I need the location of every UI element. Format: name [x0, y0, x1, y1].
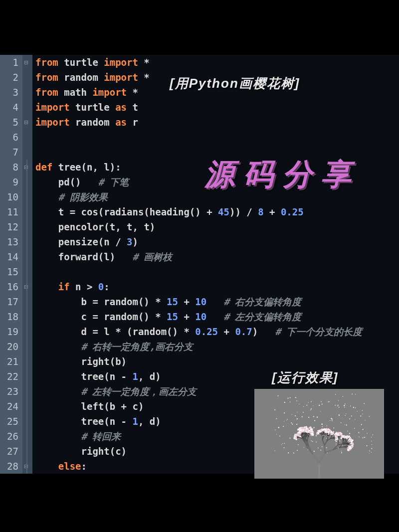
svg-point-1397 [319, 431, 320, 432]
svg-point-2963 [310, 435, 311, 436]
svg-point-474 [335, 433, 337, 434]
code-line: pensize(n / 3) [35, 234, 399, 249]
svg-point-3017 [316, 435, 317, 436]
svg-point-2988 [313, 416, 314, 417]
svg-point-2897 [317, 417, 318, 418]
svg-point-2938 [297, 450, 298, 451]
svg-point-2927 [339, 415, 340, 416]
svg-point-2896 [293, 452, 294, 453]
fold-marker[interactable]: ⊟ [24, 59, 30, 65]
svg-point-2899 [354, 428, 355, 429]
svg-point-2972 [344, 405, 345, 406]
svg-point-2904 [349, 418, 350, 419]
svg-point-2914 [369, 450, 370, 451]
line-number: 16 [0, 279, 18, 294]
svg-point-3021 [304, 447, 304, 448]
svg-point-2945 [341, 435, 342, 436]
svg-point-2978 [326, 447, 327, 448]
code-line: import random as r [35, 115, 399, 130]
svg-point-2996 [284, 421, 284, 421]
code-line: c = random() * 15 + 10 # 左分支偏转角度 [35, 309, 399, 324]
svg-point-2943 [371, 437, 372, 438]
svg-point-730 [350, 446, 351, 448]
svg-point-2977 [336, 443, 336, 444]
svg-line-1424 [313, 454, 319, 463]
svg-point-3039 [343, 396, 343, 397]
svg-point-2636 [300, 427, 302, 428]
svg-point-3038 [311, 401, 312, 402]
svg-line-731 [325, 445, 325, 453]
svg-point-3028 [322, 426, 323, 427]
code-line: # 右转一定角度,画右分支 [35, 339, 399, 354]
svg-point-2921 [308, 417, 309, 418]
svg-point-3013 [355, 419, 355, 420]
svg-point-2596 [306, 428, 307, 429]
svg-point-2971 [303, 406, 304, 407]
svg-point-1408 [316, 432, 317, 433]
svg-point-1850 [294, 435, 295, 436]
svg-point-2932 [312, 428, 313, 429]
line-number: 25 [0, 414, 18, 429]
svg-line-112 [346, 446, 348, 447]
line-number: 20 [0, 339, 18, 354]
svg-point-2894 [339, 407, 340, 408]
svg-point-1008 [336, 435, 338, 437]
line-number: 22 [0, 369, 18, 384]
svg-point-2933 [299, 404, 299, 404]
svg-point-2990 [313, 405, 313, 406]
svg-point-2942 [311, 440, 311, 441]
svg-point-110 [349, 448, 350, 449]
svg-point-2957 [301, 430, 302, 431]
svg-point-1609 [312, 434, 313, 435]
svg-point-3012 [284, 412, 285, 413]
svg-point-2909 [303, 435, 304, 435]
svg-point-2911 [349, 433, 350, 434]
svg-point-3014 [308, 434, 309, 435]
svg-point-2931 [308, 402, 309, 402]
fold-marker[interactable]: ⊟ [24, 119, 30, 125]
code-line: tree(n - 1, d) [35, 369, 399, 384]
fold-column: ⊟⊟⊟⊟⊟ [22, 55, 32, 474]
svg-point-2968 [298, 444, 299, 445]
svg-point-2967 [286, 420, 287, 421]
svg-point-3006 [297, 412, 297, 412]
svg-point-2908 [314, 420, 315, 421]
svg-point-2986 [341, 422, 342, 423]
svg-point-2940 [327, 436, 328, 437]
svg-point-2960 [335, 394, 336, 394]
svg-point-3009 [359, 437, 359, 437]
run-result-label: [运行效果] [272, 369, 338, 386]
svg-point-2923 [307, 449, 308, 450]
svg-point-487 [338, 435, 339, 436]
svg-point-704 [351, 441, 352, 443]
svg-point-2979 [371, 448, 372, 449]
code-line: b = random() * 15 + 10 # 右分支偏转角度 [35, 294, 399, 309]
svg-point-2985 [325, 429, 326, 430]
svg-point-3022 [326, 438, 327, 439]
line-number: 7 [0, 145, 18, 160]
svg-point-2888 [338, 400, 339, 401]
line-number: 26 [0, 429, 18, 444]
svg-point-2976 [372, 434, 373, 435]
code-line: import turtle as t [35, 100, 399, 115]
svg-point-3029 [287, 397, 288, 398]
line-number: 14 [0, 249, 18, 264]
svg-point-2929 [281, 444, 282, 445]
line-number: 11 [0, 204, 18, 219]
svg-point-2951 [290, 397, 291, 398]
svg-point-2883 [330, 420, 330, 421]
svg-point-488 [338, 433, 339, 435]
svg-point-2964 [305, 431, 306, 432]
code-line [35, 130, 399, 145]
svg-point-3027 [287, 419, 288, 420]
svg-point-3041 [345, 424, 345, 425]
line-number: 4 [0, 100, 18, 115]
svg-point-3025 [365, 420, 366, 421]
svg-point-366 [344, 436, 345, 437]
line-number: 24 [0, 399, 18, 414]
svg-point-2892 [327, 401, 328, 402]
code-line: from turtle import * [35, 55, 399, 70]
svg-point-2912 [352, 393, 353, 394]
svg-point-3018 [290, 438, 291, 439]
svg-point-1022 [335, 439, 337, 440]
